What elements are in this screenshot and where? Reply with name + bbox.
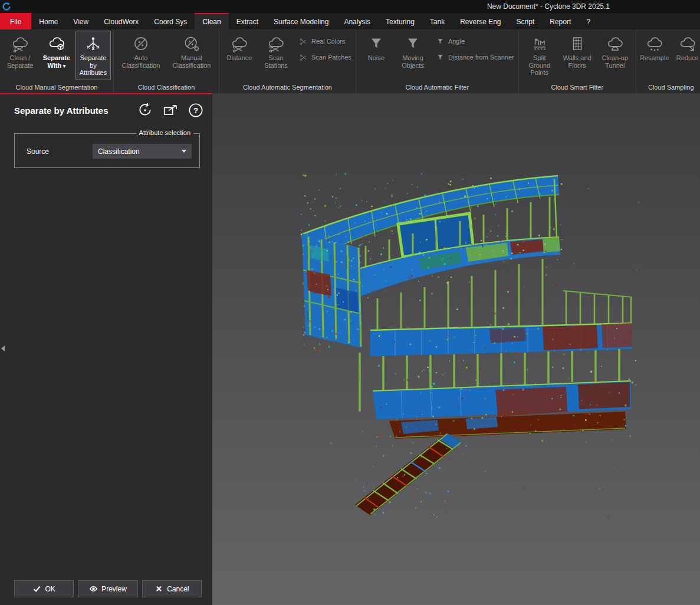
distance-button[interactable]: Distance [222,31,257,80]
attribute-selection-legend: Attribute selection [136,129,193,136]
help-icon[interactable]: ? [187,101,205,119]
moving-objects-button[interactable]: Moving Objects [395,31,430,80]
ribbon-group-cloud-manual-segmentation: Clean / SeparateSeparate With ▾Separate … [0,29,114,93]
panel-footer: OKPreviewCancel [0,573,212,605]
clean-up-tunnel-button[interactable]: Clean-up Tunnel [597,31,633,80]
panel-title: Separate by Attributes [14,106,136,116]
source-label: Source [27,147,93,156]
manual-classification-button[interactable]: Manual Classification [167,31,216,80]
tab-texturing[interactable]: Texturing [378,13,422,29]
ribbon-group-name: Cloud Automatic Segmentation [221,82,354,93]
ribbon-group-name: Cloud Classification [116,82,217,93]
app-window: New Document* - Cyclone 3DR 2025.1 FileH… [0,0,700,605]
separate-with-button[interactable]: Separate With ▾ [39,31,74,80]
tab-script[interactable]: Script [509,13,543,29]
resample-button[interactable]: Resample [639,31,671,80]
tab-home[interactable]: Home [31,13,65,29]
tab-bar: FileHomeViewCloudWorxCoord SysCleanExtra… [0,13,700,29]
svg-text:?: ? [193,106,198,115]
ribbon-group-cloud-automatic-segmentation: DistanceScan StationsReal ColorsScan Pat… [219,29,356,93]
tab-reverse-eng[interactable]: Reverse Eng [452,13,508,29]
scan-stations-button[interactable]: Scan Stations [258,31,294,80]
source-dropdown[interactable]: Classification [93,144,192,159]
tab-clean[interactable]: Clean [195,13,228,29]
ribbon-group-name: Cloud Manual Segmentation [2,82,111,93]
panel-header-icons: ? [136,101,205,119]
ribbon-group-cloud-classification: Auto ClassificationManual Classification… [114,29,219,93]
real-colors-button[interactable]: Real Colors [297,35,354,48]
viewport-canvas[interactable] [212,93,700,605]
auto-classification-button[interactable]: Auto Classification [116,31,166,80]
tab-cloudworx[interactable]: CloudWorx [96,13,146,29]
distance-from-scanner-button[interactable]: Distance from Scanner [433,51,517,64]
source-dropdown-value: Classification [98,147,140,156]
ribbon-group-cloud-automatic-filter: NoiseMoving ObjectsAngleDistance from Sc… [356,29,519,93]
noise-button[interactable]: Noise [359,31,394,80]
panel-collapse-handle[interactable] [1,346,5,351]
tab-tank[interactable]: Tank [422,13,452,29]
app-back-icon[interactable] [2,2,11,11]
angle-button[interactable]: Angle [433,35,517,48]
window-title: New Document* - Cyclone 3DR 2025.1 [454,0,643,13]
attribute-selection-group: Attribute selection Source Classificatio… [14,133,200,168]
title-bar: New Document* - Cyclone 3DR 2025.1 [0,0,700,13]
ribbon-group-name: Cloud Smart Filter [521,82,634,93]
tab-view[interactable]: View [65,13,96,29]
chevron-down-icon: ▾ [61,63,65,69]
scan-patches-button[interactable]: Scan Patches [297,51,354,64]
source-row: Source Classification [22,144,192,159]
ribbon-group-name: Cloud Automatic Filter [358,82,517,93]
preview-button[interactable]: Preview [78,580,137,597]
clean-separate-button[interactable]: Clean / Separate [2,31,38,80]
separate-by-attributes-button[interactable]: Separate by Attributes [75,31,111,80]
tab-extract[interactable]: Extract [229,13,266,29]
ribbon: Clean / SeparateSeparate With ▾Separate … [0,29,700,93]
tab-surface-modeling[interactable]: Surface Modeling [266,13,336,29]
reset-view-icon[interactable] [136,101,154,119]
ribbon-group-cloud-smart-filter: Split Ground PointsWalls and FloorsClean… [519,29,636,93]
ok-button[interactable]: OK [14,580,74,597]
split-ground-points-button[interactable]: Split Ground Points [521,31,558,80]
tab-help[interactable]: ? [579,13,598,29]
ribbon-group-cloud-sampling: ResampleReduceCloud Sampling [636,29,700,93]
panel-header: Separate by Attributes ? [0,94,212,124]
tab-report[interactable]: Report [542,13,579,29]
chevron-down-icon [182,150,186,153]
reduce-button[interactable]: Reduce [672,31,700,80]
viewport-3d[interactable] [212,93,700,605]
separate-by-attributes-panel: Separate by Attributes ? Attribute selec… [0,93,212,605]
walls-and-floors-button[interactable]: Walls and Floors [559,31,596,80]
tab-analysis[interactable]: Analysis [336,13,378,29]
point-cloud-model [301,173,641,519]
open-window-icon[interactable] [162,101,179,119]
tab-coord-sys[interactable]: Coord Sys [146,13,195,29]
ribbon-group-name: Cloud Sampling [638,82,700,93]
tab-file[interactable]: File [0,13,31,29]
cancel-button[interactable]: Cancel [142,580,202,597]
